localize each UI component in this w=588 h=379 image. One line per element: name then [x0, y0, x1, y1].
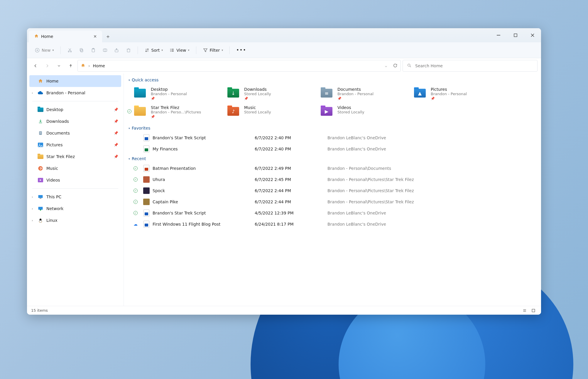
up-button[interactable] [66, 61, 76, 71]
quick-access-item[interactable]: ▲PicturesBrandon - Personal📌 [413, 86, 501, 102]
chevron-right-icon: › [32, 91, 33, 95]
tab-home[interactable]: Home ✕ [29, 31, 102, 42]
search-box[interactable] [403, 60, 538, 72]
filter-button[interactable]: Filter ▾ [200, 46, 226, 55]
view-button[interactable]: View ▾ [167, 46, 192, 55]
section-quick-access-header[interactable]: ▾ Quick access [127, 76, 538, 84]
new-button[interactable]: New ▾ [32, 46, 56, 55]
pc-icon [38, 194, 43, 200]
pin-icon: 📌 [151, 97, 187, 100]
file-row[interactable]: Brandon's Star Trek Script6/7/2022 2:40 … [127, 132, 538, 143]
forward-button[interactable] [42, 61, 52, 71]
new-tab-button[interactable]: ＋ [102, 31, 114, 42]
file-type-icon [143, 146, 150, 152]
folder-icon: ▲ [413, 87, 427, 99]
search-input[interactable] [415, 63, 533, 68]
file-type-icon [143, 199, 150, 205]
file-location: Brandon - Personal\Pictures\Star Trek Fi… [327, 188, 535, 193]
thumbnails-view-button[interactable] [530, 307, 537, 314]
sidebar-item-documents[interactable]: Documents📌 [29, 127, 121, 139]
sidebar-item-this-pc[interactable]: ›This PC [29, 191, 121, 203]
file-location: Brandon - Personal\Documents [327, 166, 535, 171]
onedrive-icon [38, 90, 43, 96]
file-row[interactable]: My Finances6/7/2022 2:40 PMBrandon LeBla… [127, 143, 538, 155]
maximize-button[interactable] [507, 28, 524, 42]
file-row[interactable]: ☁First Windows 11 Flight Blog Post6/24/2… [127, 219, 538, 230]
tab-close-button[interactable]: ✕ [92, 33, 98, 40]
sidebar-item-star-trek-filez[interactable]: Star Trek Filez📌 [29, 151, 121, 162]
sidebar-item-linux[interactable]: ›Linux [29, 214, 121, 226]
rename-button[interactable] [100, 46, 110, 55]
sidebar-item-label: Desktop [46, 107, 63, 112]
quick-access-item[interactable]: ↓DownloadsStored Locally📌 [226, 86, 314, 102]
sidebar-item-downloads[interactable]: Downloads📌 [29, 115, 121, 127]
quick-access-item[interactable]: DesktopBrandon - Personal📌 [133, 86, 221, 102]
refresh-button[interactable] [393, 63, 398, 69]
pin-icon: 📌 [114, 143, 118, 147]
toolbar: New ▾ Sort ▾ View ▾ Filter ▾ ••• [27, 42, 541, 58]
folder-name: Pictures [431, 87, 467, 92]
file-date: 6/7/2022 2:40 PM [255, 135, 325, 140]
sidebar-item-label: Brandon - Personal [46, 90, 85, 95]
svg-rect-0 [497, 35, 500, 36]
pin-icon: 📌 [431, 97, 467, 100]
sidebar-item-videos[interactable]: Videos [29, 174, 121, 186]
section-recent-header[interactable]: ▾ Recent [127, 155, 538, 163]
quick-access-item[interactable]: ▶VideosStored Locally [319, 104, 407, 120]
back-button[interactable] [31, 61, 40, 71]
quick-access-item[interactable]: ✓Star Trek FilezBrandon - Perso...\Pictu… [133, 104, 221, 120]
sort-button-label: Sort [151, 48, 160, 53]
file-date: 6/7/2022 2:40 PM [255, 147, 325, 151]
sort-button[interactable]: Sort ▾ [142, 46, 165, 55]
file-location: Brandon LeBlanc's OneDrive [327, 211, 535, 215]
file-row[interactable]: ✓Brandon's Star Trek Script4/5/2022 12:3… [127, 207, 538, 219]
breadcrumb-separator: › [88, 63, 90, 68]
documents-icon [38, 130, 43, 136]
address-dropdown-button[interactable]: ⌵ [385, 64, 387, 68]
svg-point-15 [39, 144, 40, 145]
sidebar-item-home[interactable]: Home [29, 75, 121, 87]
section-favorites-header[interactable]: ▾ Favorites [127, 124, 538, 132]
folder-location: Brandon - Personal [151, 92, 187, 96]
minimize-button[interactable] [490, 28, 507, 42]
titlebar: Home ✕ ＋ [27, 28, 541, 42]
sidebar-item-brandon-personal[interactable]: ›Brandon - Personal [29, 87, 121, 99]
quick-access-item[interactable]: ♪MusicStored Locally [226, 104, 314, 120]
home-icon [38, 78, 43, 84]
file-row[interactable]: ✓Captain Pike6/7/2022 2:44 PMBrandon - P… [127, 196, 538, 207]
share-button[interactable] [112, 46, 122, 55]
folder-location: Brandon - Personal [337, 92, 374, 96]
quick-access-item[interactable]: ≡DocumentsBrandon - Personal📌 [319, 86, 407, 102]
file-name: Brandon's Star Trek Script [153, 135, 252, 140]
file-row[interactable]: ✓Batman Presentation6/7/2022 2:49 PMBran… [127, 163, 538, 174]
pin-icon: 📌 [244, 97, 271, 100]
cut-button[interactable] [65, 46, 75, 55]
svg-point-21 [40, 209, 41, 211]
sidebar-item-network[interactable]: ›Network [29, 203, 121, 214]
copy-button[interactable] [77, 46, 87, 55]
address-bar[interactable]: › Home ⌵ [77, 60, 401, 72]
linux-icon [38, 217, 43, 223]
file-row[interactable]: ✓Uhura6/7/2022 2:45 PMBrandon - Personal… [127, 174, 538, 185]
sidebar-item-label: Videos [46, 178, 60, 182]
delete-button[interactable] [124, 46, 134, 55]
sidebar-item-music[interactable]: Music [29, 162, 121, 174]
file-date: 6/7/2022 2:44 PM [255, 199, 325, 204]
file-type-icon [143, 221, 150, 227]
close-window-button[interactable] [524, 28, 541, 42]
recent-locations-button[interactable] [54, 61, 64, 71]
details-view-button[interactable] [521, 307, 528, 314]
home-icon [34, 34, 39, 39]
file-type-icon [143, 187, 150, 194]
paste-button[interactable] [88, 46, 98, 55]
tab-title: Home [41, 34, 53, 39]
svg-rect-19 [40, 198, 41, 199]
home-icon [81, 63, 85, 69]
chevron-down-icon: ▾ [129, 157, 130, 160]
sidebar-item-desktop[interactable]: Desktop📌 [29, 104, 121, 115]
breadcrumb-location[interactable]: Home [93, 63, 105, 68]
sidebar-item-pictures[interactable]: Pictures📌 [29, 139, 121, 151]
file-row[interactable]: ✓Spock6/7/2022 2:44 PMBrandon - Personal… [127, 185, 538, 196]
more-button[interactable]: ••• [234, 46, 249, 55]
sidebar-item-label: Linux [46, 218, 58, 223]
